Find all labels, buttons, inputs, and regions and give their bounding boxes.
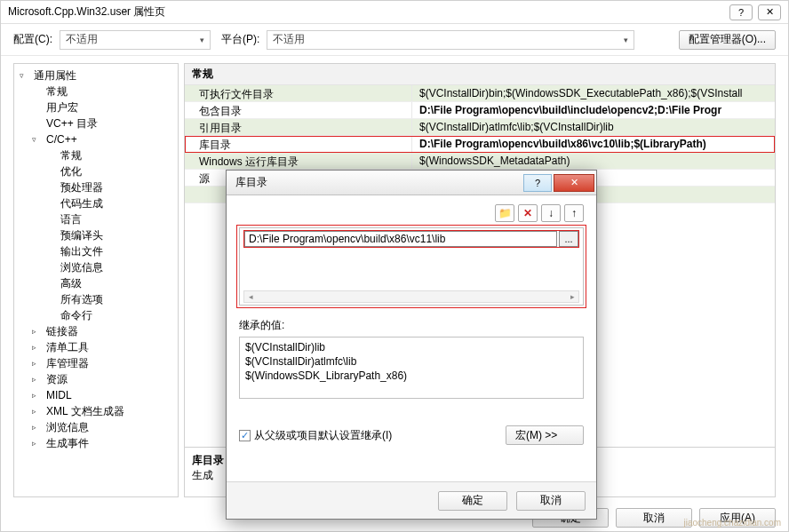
- expand-icon[interactable]: ▿: [20, 71, 30, 80]
- close-button[interactable]: ✕: [758, 4, 781, 20]
- tree-item[interactable]: 语言: [14, 211, 178, 227]
- tree-item-label: VC++ 目录: [43, 115, 101, 132]
- expand-icon[interactable]: ▹: [32, 439, 43, 448]
- tree-item-label: 常规: [43, 83, 71, 100]
- tree-item[interactable]: ▹清单工具: [14, 339, 178, 355]
- config-bar: 配置(C): 不适用 ▾ 平台(P): 不适用 ▾ 配置管理器(O)...: [1, 24, 788, 56]
- modal-ok-button[interactable]: 确定: [438, 491, 507, 511]
- tree-item[interactable]: ▹库管理器: [14, 355, 178, 371]
- expand-icon[interactable]: ▹: [32, 423, 43, 432]
- move-down-button[interactable]: ↓: [541, 204, 561, 222]
- tree-item[interactable]: VC++ 目录: [14, 115, 178, 131]
- platform-value: 不适用: [273, 32, 305, 47]
- modal-cancel-button[interactable]: 取消: [516, 491, 586, 511]
- tree-item[interactable]: 命令行: [14, 307, 178, 323]
- tree-item[interactable]: 预处理器: [14, 179, 178, 195]
- inherited-label: 继承的值:: [239, 318, 584, 333]
- config-manager-button[interactable]: 配置管理器(O)...: [679, 30, 776, 50]
- inherited-value: $(WindowsSDK_LibraryPath_x86): [245, 369, 578, 384]
- tree-item[interactable]: 浏览信息: [14, 259, 178, 275]
- new-line-button[interactable]: 📁: [495, 204, 514, 222]
- property-value[interactable]: D:\File Program\opencv\build\x86\vc10\li…: [412, 136, 775, 152]
- tree-item[interactable]: ▹链接器: [14, 323, 178, 339]
- expand-icon[interactable]: ▹: [32, 359, 43, 368]
- property-row[interactable]: Windows 运行库目录$(WindowsSDK_MetadataPath): [185, 153, 775, 170]
- move-up-button[interactable]: ↑: [564, 204, 584, 222]
- property-value[interactable]: $(WindowsSDK_MetadataPath): [412, 153, 775, 169]
- browse-button[interactable]: ...: [559, 231, 578, 247]
- config-label: 配置(C):: [13, 32, 52, 47]
- tree-item[interactable]: 高级: [14, 275, 178, 291]
- inherit-checkbox-wrap[interactable]: ✓ 从父级或项目默认设置继承(I): [239, 428, 392, 443]
- modal-title: 库目录: [235, 175, 267, 190]
- tree-item-label: 清单工具: [43, 339, 92, 356]
- tree-item-label: 高级: [57, 275, 85, 292]
- tree-item[interactable]: 常规: [14, 147, 178, 163]
- help-button[interactable]: ?: [729, 4, 753, 20]
- tree-item-label: 浏览信息: [43, 419, 92, 436]
- macros-button[interactable]: 宏(M) >>: [506, 425, 584, 445]
- tree-item[interactable]: ▹MIDL: [14, 387, 178, 403]
- property-row[interactable]: 可执行文件目录$(VCInstallDir)bin;$(WindowsSDK_E…: [185, 85, 775, 102]
- horizontal-scrollbar[interactable]: ◂ ▸: [243, 290, 579, 303]
- tree-panel[interactable]: ▿通用属性常规用户宏VC++ 目录▿C/C++常规优化预处理器代码生成语言预编译…: [13, 63, 179, 497]
- tree-item-label: MIDL: [43, 388, 76, 402]
- property-pages-window: Microsoft.Cpp.Win32.user 属性页 ? ✕ 配置(C): …: [0, 0, 789, 532]
- property-row[interactable]: 库目录D:\File Program\opencv\build\x86\vc10…: [185, 136, 775, 153]
- tree-item[interactable]: 输出文件: [14, 243, 178, 259]
- property-name: Windows 运行库目录: [185, 153, 412, 169]
- tree-item[interactable]: ▿通用属性: [14, 67, 178, 83]
- property-value[interactable]: $(VCInstallDir)bin;$(WindowsSDK_Executab…: [412, 85, 775, 101]
- tree-item-label: 命令行: [57, 307, 96, 324]
- modal-close-button[interactable]: ✕: [554, 174, 594, 192]
- tree-item[interactable]: 用户宏: [14, 99, 178, 115]
- tree-item[interactable]: 代码生成: [14, 195, 178, 211]
- inherit-checkbox-label: 从父级或项目默认设置继承(I): [254, 428, 392, 443]
- tree-item-label: 资源: [43, 371, 71, 388]
- tree-item-label: 通用属性: [30, 67, 80, 84]
- property-value[interactable]: D:\File Program\opencv\build\include\ope…: [412, 102, 775, 118]
- library-dir-dialog: 库目录 ? ✕ 📁 ✕ ↓ ↑ ... ◂ ▸: [226, 170, 597, 520]
- modal-help-button[interactable]: ?: [523, 174, 552, 192]
- scroll-right-icon[interactable]: ▸: [566, 291, 578, 302]
- modal-body: 📁 ✕ ↓ ↑ ... ◂ ▸ 继承的值: $(VCInstallDir)lib: [227, 195, 596, 481]
- inherit-checkbox[interactable]: ✓: [239, 430, 251, 441]
- modal-options-row: ✓ 从父级或项目默认设置继承(I) 宏(M) >>: [239, 425, 584, 445]
- modal-footer: 确定 取消: [227, 481, 596, 519]
- expand-icon[interactable]: ▹: [32, 375, 43, 384]
- property-name: 包含目录: [185, 102, 412, 118]
- cancel-button[interactable]: 取消: [616, 508, 692, 528]
- property-row[interactable]: 包含目录D:\File Program\opencv\build\include…: [185, 102, 775, 119]
- tree-item[interactable]: 预编译头: [14, 227, 178, 243]
- expand-icon[interactable]: ▹: [32, 343, 43, 352]
- platform-label: 平台(P):: [221, 32, 259, 47]
- tree: ▿通用属性常规用户宏VC++ 目录▿C/C++常规优化预处理器代码生成语言预编译…: [14, 64, 178, 455]
- expand-icon[interactable]: ▿: [32, 135, 43, 144]
- chevron-down-icon: ▾: [624, 36, 628, 44]
- inherited-values-list[interactable]: $(VCInstallDir)lib $(VCInstallDir)atlmfc…: [239, 337, 584, 399]
- expand-icon[interactable]: ▹: [32, 407, 43, 416]
- tree-item[interactable]: ▹资源: [14, 371, 178, 387]
- property-name: 库目录: [185, 136, 412, 152]
- tree-item[interactable]: 所有选项: [14, 291, 178, 307]
- property-row[interactable]: 引用目录$(VCInstallDir)atlmfc\lib;$(VCInstal…: [185, 119, 775, 136]
- scroll-left-icon[interactable]: ◂: [244, 291, 257, 302]
- path-list[interactable]: ... ◂ ▸: [239, 227, 584, 306]
- chevron-down-icon: ▾: [200, 36, 204, 44]
- expand-icon[interactable]: ▹: [32, 391, 43, 400]
- tree-item[interactable]: ▹浏览信息: [14, 419, 178, 435]
- tree-item[interactable]: ▹XML 文档生成器: [14, 403, 178, 419]
- tree-item[interactable]: ▿C/C++: [14, 131, 178, 147]
- inherited-value: $(VCInstallDir)atlmfc\lib: [245, 355, 578, 369]
- tree-item-label: 浏览信息: [57, 259, 107, 276]
- tree-item[interactable]: 优化: [14, 163, 178, 179]
- property-value[interactable]: $(VCInstallDir)atlmfc\lib;$(VCInstallDir…: [412, 119, 775, 135]
- platform-combo[interactable]: 不适用 ▾: [267, 30, 634, 50]
- tree-item[interactable]: ▹生成事件: [14, 435, 178, 451]
- tree-item-label: 代码生成: [57, 195, 107, 212]
- tree-item[interactable]: 常规: [14, 83, 178, 99]
- config-combo[interactable]: 不适用 ▾: [60, 30, 211, 50]
- path-input[interactable]: [244, 231, 557, 247]
- expand-icon[interactable]: ▹: [32, 327, 43, 336]
- delete-line-button[interactable]: ✕: [518, 204, 538, 222]
